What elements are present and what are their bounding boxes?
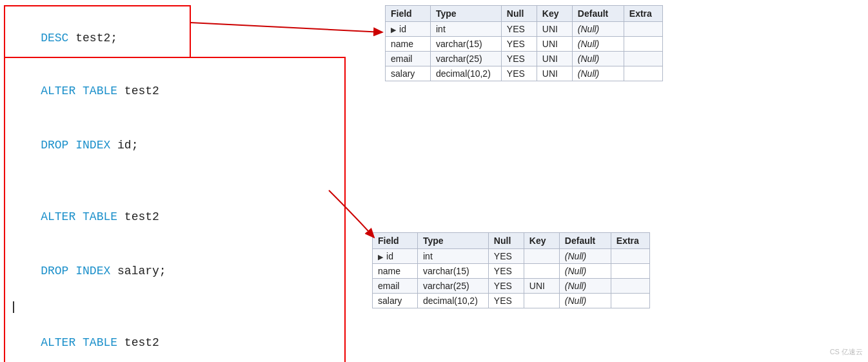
cell-type: decimal(10,2) (418, 294, 489, 308)
col-header-key: Key (537, 6, 572, 22)
cell-type: varchar(15) (431, 37, 502, 52)
cell-key: UNI (537, 22, 572, 37)
spacer1 (13, 172, 337, 190)
table-row: namevarchar(15)YESUNI(Null) (386, 37, 663, 52)
col-header-null: Null (488, 233, 524, 249)
col-header-type: Type (418, 233, 489, 249)
table-row: emailvarchar(25)YESUNI(Null) (386, 52, 663, 66)
cell-type: varchar(25) (418, 279, 489, 294)
cell-extra (624, 52, 662, 66)
cell-null: YES (501, 22, 537, 37)
table-row: ▶ idintYESUNI(Null) (386, 22, 663, 37)
cell-null: YES (488, 264, 524, 279)
col-header-null: Null (501, 6, 537, 22)
cell-default: (Null) (572, 66, 624, 81)
cell-default: (Null) (559, 264, 611, 279)
cell-field: name (386, 37, 431, 52)
table2: FieldTypeNullKeyDefaultExtra▶ idintYES(N… (372, 232, 650, 308)
cell-extra (611, 264, 649, 279)
cell-default: (Null) (559, 279, 611, 294)
cell-field: email (373, 279, 418, 294)
col-header-key: Key (524, 233, 559, 249)
kw-desc: DESC (41, 32, 68, 45)
cell-key: UNI (524, 279, 559, 294)
cell-field: ▶ id (386, 22, 431, 37)
cell-field: salary (386, 66, 431, 81)
table-row: emailvarchar(25)YESUNI(Null) (373, 279, 650, 294)
cell-field: salary (373, 294, 418, 308)
alter-block1-line1: ALTER TABLE test2 (13, 65, 337, 119)
cell-key: UNI (537, 52, 572, 66)
cell-default: (Null) (559, 249, 611, 264)
cell-extra (624, 37, 662, 52)
desc-rest: test2; (68, 32, 117, 45)
table-row: salarydecimal(10,2)YESUNI(Null) (386, 66, 663, 81)
cell-key (524, 294, 559, 308)
cell-field: name (373, 264, 418, 279)
cell-key: UNI (537, 66, 572, 81)
cell-key: UNI (537, 37, 572, 52)
cell-field: ▶ id (373, 249, 418, 264)
watermark: CS 亿速云 (830, 347, 863, 357)
alter-block2-line2: DROP INDEX salary; (13, 245, 337, 299)
cell-extra (611, 279, 649, 294)
col-header-extra: Extra (624, 6, 662, 22)
caret-line-indicator (13, 299, 337, 317)
cell-default: (Null) (572, 52, 624, 66)
col-header-extra: Extra (611, 233, 649, 249)
col-header-field: Field (373, 233, 418, 249)
cell-null: YES (488, 294, 524, 308)
cell-key (524, 249, 559, 264)
cell-type: int (418, 249, 489, 264)
table-row: salarydecimal(10,2)YES(Null) (373, 294, 650, 308)
cell-default: (Null) (572, 37, 624, 52)
col-header-default: Default (572, 6, 624, 22)
cell-type: varchar(15) (418, 264, 489, 279)
cell-extra (624, 66, 662, 81)
cell-type: decimal(10,2) (431, 66, 502, 81)
arrow1 (190, 23, 382, 32)
cell-field: email (386, 52, 431, 66)
cell-default: (Null) (572, 22, 624, 37)
cell-default: (Null) (559, 294, 611, 308)
cell-null: YES (488, 279, 524, 294)
alter-box: ALTER TABLE test2 DROP INDEX id; ALTER T… (4, 57, 346, 362)
col-header-type: Type (431, 6, 502, 22)
col-header-default: Default (559, 233, 611, 249)
table-row: namevarchar(15)YES(Null) (373, 264, 650, 279)
cell-extra (611, 294, 649, 308)
cell-type: int (431, 22, 502, 37)
alter-block3-line1: ALTER TABLE test2 (13, 316, 337, 362)
table1: FieldTypeNullKeyDefaultExtra▶ idintYESUN… (385, 5, 663, 81)
cell-null: YES (488, 249, 524, 264)
cell-null: YES (501, 52, 537, 66)
cell-extra (611, 249, 649, 264)
alter-block1-line2: DROP INDEX id; (13, 119, 337, 173)
alter-block2-line1: ALTER TABLE test2 (13, 190, 337, 245)
cell-extra (624, 22, 662, 37)
table-row: ▶ idintYES(Null) (373, 249, 650, 264)
cell-null: YES (501, 66, 537, 81)
cell-type: varchar(25) (431, 52, 502, 66)
cell-null: YES (501, 37, 537, 52)
cell-key (524, 264, 559, 279)
col-header-field: Field (386, 6, 431, 22)
